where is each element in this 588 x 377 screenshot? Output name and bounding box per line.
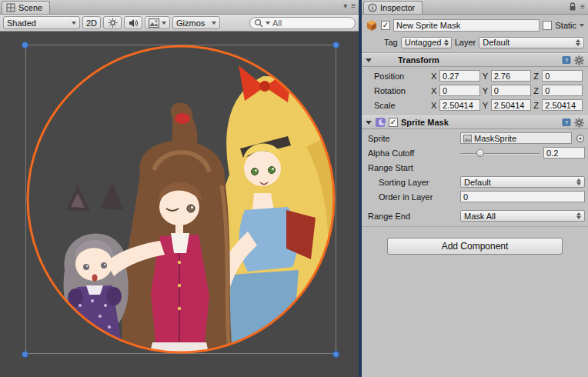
position-row: Position X0.27 Y2.76 Z0: [365, 69, 585, 82]
effects-dropdown-button[interactable]: [145, 16, 170, 29]
scale-z-field[interactable]: 2.50414: [542, 99, 583, 111]
rotation-z-field[interactable]: 0: [542, 85, 583, 96]
tag-dropdown[interactable]: Untagged: [401, 37, 452, 48]
check-icon: ✓: [390, 118, 396, 126]
sorting-layer-row: Sorting Layer Default: [365, 175, 585, 188]
selection-handle-bottom-right[interactable]: [332, 351, 339, 358]
order-in-layer-label: Order in Layer: [365, 192, 460, 202]
unity-editor: Scene ▾ ≡ Shaded 2D: [0, 0, 588, 377]
alpha-cutoff-label: Alpha Cutoff: [365, 148, 460, 158]
gear-icon[interactable]: [574, 55, 584, 65]
sprite-object-field[interactable]: MaskSprite: [460, 132, 572, 144]
alpha-cutoff-field[interactable]: 0.2: [543, 147, 585, 158]
scene-tabbar: Scene ▾ ≡: [0, 0, 359, 15]
position-label: Position: [365, 72, 431, 81]
tab-scene[interactable]: Scene: [2, 1, 50, 14]
selection-handle-top-right[interactable]: [332, 42, 339, 48]
updown-icon: [576, 39, 580, 46]
scale-label: Scale: [365, 101, 431, 110]
slider-thumb[interactable]: [476, 149, 484, 157]
shading-mode-label: Shaded: [7, 18, 36, 28]
selection-handle-bottom-left[interactable]: [22, 351, 28, 358]
scale-x-field[interactable]: 2.50414: [439, 99, 480, 111]
position-x-field[interactable]: 0.27: [439, 70, 480, 82]
gameobject-icon: [366, 19, 378, 32]
svg-text:?: ?: [565, 57, 569, 64]
active-checkbox[interactable]: ✓: [381, 21, 390, 30]
transform-title: Transform: [398, 55, 439, 65]
scene-toolbar: Shaded 2D Gizmos All: [0, 15, 359, 32]
axis-z-label: Z: [533, 86, 540, 95]
scene-viewport[interactable]: [0, 32, 359, 377]
shading-mode-dropdown[interactable]: Shaded: [3, 16, 80, 29]
gameobject-name-field[interactable]: New Sprite Mask: [393, 19, 540, 32]
sprite-mask-gizmo: [0, 32, 359, 376]
axis-x-label: X: [431, 101, 437, 110]
order-in-layer-row: Order in Layer 0: [365, 190, 585, 203]
gameobject-row: ✓ New Sprite Mask Static: [366, 18, 584, 32]
axis-y-label: Y: [483, 86, 489, 95]
tag-layer-row: Tag Untagged Layer Default: [366, 35, 584, 49]
svg-text:?: ?: [565, 119, 569, 126]
2d-toggle-label: 2D: [86, 18, 97, 28]
sorting-layer-dropdown[interactable]: Default: [460, 176, 585, 188]
object-picker-icon: [576, 134, 585, 143]
inspector-header: ✓ New Sprite Mask Static Tag Untagged La…: [362, 15, 588, 53]
chevron-down-icon: [212, 22, 216, 25]
range-start-label: Range Start: [368, 163, 413, 172]
selection-handle-top-left[interactable]: [22, 42, 28, 48]
scene-search-value: All: [272, 18, 282, 28]
transform-header[interactable]: Transform ?: [362, 53, 588, 67]
scale-row: Scale X2.50414 Y2.50414 Z2.50414: [365, 98, 585, 112]
lock-icon[interactable]: [569, 2, 576, 12]
help-icon[interactable]: ?: [562, 118, 571, 127]
range-end-value: Mask All: [464, 212, 496, 221]
rotation-x-field[interactable]: 0: [439, 85, 480, 96]
sprite-thumb-icon: [463, 135, 472, 142]
object-picker-button[interactable]: [576, 134, 585, 143]
updown-icon: [444, 39, 449, 46]
sprite-row: Sprite MaskSprite: [365, 132, 585, 145]
sprite-mask-title: Sprite Mask: [401, 118, 449, 127]
range-end-row: Range End Mask All: [365, 209, 585, 222]
position-y-field[interactable]: 2.76: [491, 70, 532, 82]
add-component-button[interactable]: Add Component: [387, 238, 563, 255]
info-icon: [368, 3, 377, 12]
pane-menu-icon[interactable]: ≡: [351, 2, 356, 10]
check-icon: ✓: [383, 22, 389, 29]
range-end-label: Range End: [365, 212, 460, 221]
alpha-cutoff-slider[interactable]: [460, 148, 540, 158]
image-icon: [149, 18, 159, 28]
gizmos-dropdown[interactable]: Gizmos: [172, 16, 220, 29]
static-label: Static: [555, 21, 576, 30]
updown-icon: [576, 212, 581, 219]
rotation-y-field[interactable]: 0: [491, 85, 532, 96]
static-checkbox[interactable]: [543, 21, 552, 30]
scene-search-field[interactable]: All: [249, 17, 356, 29]
pane-dropdown-icon[interactable]: ▾: [343, 2, 347, 10]
alpha-cutoff-row: Alpha Cutoff 0.2: [365, 146, 585, 159]
pane-menu-icon[interactable]: ≡: [580, 3, 585, 11]
transform-header-icons: ?: [562, 55, 584, 65]
scale-y-field[interactable]: 2.50414: [491, 99, 532, 111]
position-z-field[interactable]: 0: [542, 70, 583, 82]
sprite-label: Sprite: [365, 134, 460, 143]
sprite-mask-header[interactable]: ✓ Sprite Mask ?: [362, 115, 588, 129]
order-in-layer-field[interactable]: 0: [460, 191, 585, 202]
search-icon: [254, 18, 263, 28]
foldout-icon[interactable]: [366, 58, 372, 62]
tag-label: Tag: [384, 38, 398, 47]
help-icon[interactable]: ?: [562, 55, 571, 65]
2d-toggle-button[interactable]: 2D: [82, 16, 101, 29]
component-enabled-checkbox[interactable]: ✓: [389, 118, 398, 127]
lighting-toggle-button[interactable]: [103, 16, 122, 29]
foldout-icon[interactable]: [366, 121, 372, 125]
axis-z-label: Z: [533, 72, 540, 81]
tab-inspector[interactable]: Inspector: [363, 1, 423, 14]
gear-icon[interactable]: [574, 118, 584, 128]
updown-icon: [576, 178, 581, 185]
layer-dropdown[interactable]: Default: [479, 37, 584, 48]
static-dropdown-icon[interactable]: [580, 24, 584, 27]
range-end-dropdown[interactable]: Mask All: [460, 210, 585, 222]
audio-toggle-button[interactable]: [124, 16, 142, 29]
